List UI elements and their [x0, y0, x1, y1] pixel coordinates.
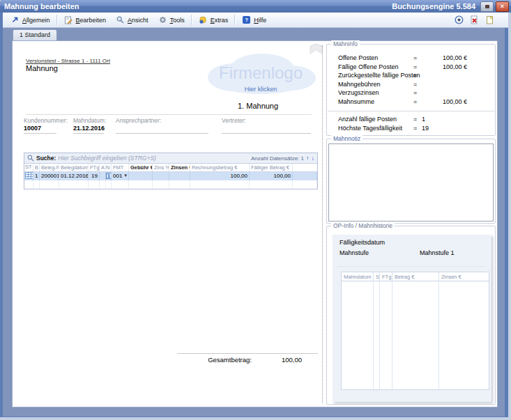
mahnnotiz-textarea[interactable]	[328, 143, 494, 221]
cell-gebuehr[interactable]	[129, 172, 153, 180]
delete-document-button[interactable]	[468, 14, 480, 26]
toolbar-separator	[56, 15, 58, 25]
dropdown-arrow-icon[interactable]: ▼	[123, 173, 128, 178]
col-mahndatum[interactable]: Mahndatum	[342, 272, 374, 281]
cell-beleg-nr: 200001	[40, 172, 59, 180]
col-gebuehr[interactable]: Gebühr €	[129, 164, 153, 171]
mahninfo-label: Mahnsumme	[338, 98, 374, 105]
col-b[interactable]: B	[33, 164, 40, 171]
field-value: 21.12.2016	[73, 125, 105, 132]
col-zins-prozent[interactable]: Zins %	[153, 164, 169, 171]
field-underline	[116, 133, 208, 134]
new-document-button[interactable]	[483, 14, 496, 26]
menu-label: Bearbeiten	[76, 17, 107, 24]
row-grid-icon[interactable]	[24, 172, 33, 180]
menu-bearbeiten[interactable]: Bearbeiten	[59, 13, 112, 27]
col-betrag[interactable]: Betrag €	[392, 272, 439, 281]
extras-icon	[199, 15, 208, 24]
col-s[interactable]: S	[374, 272, 380, 281]
sort-down-button[interactable]: ↓	[312, 155, 315, 162]
mahninfo-value: 1	[422, 116, 425, 123]
logo-click-hint[interactable]: Hier klicken	[203, 86, 319, 93]
menu-label: Tools	[170, 17, 185, 24]
help-icon: ?	[242, 15, 251, 24]
col-st[interactable]: ST	[24, 164, 33, 171]
cell-n[interactable]: 1	[106, 172, 112, 180]
search-input[interactable]: Hier Suchbegriff eingeben (STRG+S)	[58, 155, 249, 162]
menu-extras[interactable]: Extras	[194, 13, 234, 27]
col-n[interactable]: N	[106, 164, 112, 171]
disc-button[interactable]	[452, 14, 465, 26]
mahninfo-row: Zurückgestellte fällige Posten=	[327, 72, 495, 80]
field-label: Kundennummer:	[24, 117, 68, 124]
mahninfo-group: Mahninfo Offene Posten=100,00 € Fällige …	[326, 44, 496, 136]
cell-zinsen[interactable]	[169, 172, 190, 180]
equals-sign: =	[413, 89, 417, 96]
menu-ansicht[interactable]: Ansicht	[111, 13, 153, 27]
titlebar: Mahnung bearbeiten Buchungsengine 5.584 …	[0, 0, 511, 13]
app-version-label: Buchungsengine 5.584	[392, 2, 475, 10]
field-label: Vertreter:	[222, 117, 246, 124]
menu-hilfe[interactable]: ? Hilfe	[237, 13, 271, 27]
sort-up-button[interactable]: ↑	[306, 155, 310, 162]
menu-label: Hilfe	[254, 17, 266, 24]
col-a[interactable]: A	[100, 164, 106, 171]
history-column	[374, 282, 380, 389]
field-ansprechpartner[interactable]: Ansprechpartner:	[116, 117, 208, 134]
col-fmt[interactable]: FMT	[112, 164, 129, 171]
search-label: Suche:	[36, 155, 56, 162]
mahninfo-stat-row: Anzahl fällige Posten=1	[327, 116, 495, 124]
equals-sign: =	[413, 116, 417, 123]
col-belegdatum[interactable]: Belegdatum	[59, 164, 89, 171]
company-logo-placeholder[interactable]: Firmenlogo Hier klicken	[203, 51, 319, 97]
equals-sign: =	[413, 72, 417, 79]
total-label: Gesamtbetrag:	[175, 356, 252, 364]
search-bar[interactable]: Suche: Hier Suchbegriff eingeben (STRG+S…	[24, 153, 317, 164]
empty-cell	[250, 180, 293, 189]
n-checkbox[interactable]: 1	[106, 173, 112, 179]
panel-divider	[322, 45, 323, 403]
close-button[interactable]: ×	[496, 1, 509, 12]
mahnnotiz-group: Mahnnotiz	[326, 139, 496, 224]
field-label: Mahndatum:	[73, 117, 106, 124]
records-count-label: Anzahl Datensätze: 1	[251, 155, 304, 162]
total-value: 100,00	[253, 356, 302, 364]
mahnstufe-label: Mahnstufe	[340, 249, 369, 256]
history-column	[392, 282, 439, 389]
table-row-selected[interactable]: 1 200001 01.12.2016 19 1 001▼ 100,00 100…	[24, 172, 317, 180]
equals-sign: =	[413, 81, 417, 88]
disc-icon	[455, 15, 464, 24]
magnifier-icon	[116, 15, 125, 24]
mahninfo-label: Verzugszinsen	[338, 89, 379, 96]
col-zinsen[interactable]: Zinsen €	[169, 164, 190, 171]
menu-allgemein[interactable]: Allgemein	[6, 13, 55, 27]
cell-ftg: 19	[89, 172, 100, 180]
equals-sign: =	[413, 54, 417, 61]
field-vertreter[interactable]: Vertreter:	[222, 117, 311, 134]
mahninfo-divider	[328, 111, 494, 111]
toolbar-separator	[191, 15, 192, 25]
mahninfo-legend: Mahninfo	[331, 40, 360, 47]
mahninfo-row: Mahnsumme=100,00 €	[327, 98, 495, 107]
field-value: 10007	[24, 125, 41, 132]
empty-cell	[89, 180, 100, 189]
history-column	[380, 282, 392, 389]
menu-label: Extras	[211, 17, 229, 24]
client-area: 1 Standard Versionstest - Strasse 1 - 11…	[3, 28, 505, 417]
col-ftg[interactable]: FTg	[380, 272, 392, 281]
cell-faelliger-betrag: 100,00	[250, 172, 293, 180]
tab-standard[interactable]: 1 Standard	[13, 29, 57, 40]
minimize-button[interactable]	[480, 1, 494, 12]
col-rechnungsbetrag[interactable]: Rechnungsbetrag €	[190, 164, 250, 171]
field-mahndatum[interactable]: Mahndatum: 21.12.2016	[73, 117, 104, 134]
cell-fmt[interactable]: 001▼	[112, 172, 129, 180]
col-zinsen[interactable]: Zinsen €	[439, 272, 489, 281]
field-kundennummer[interactable]: Kundennummer: 10007	[24, 117, 56, 134]
mahninfo-value: 19	[422, 125, 429, 132]
empty-cell	[106, 180, 112, 189]
col-ftg[interactable]: FTg	[89, 164, 100, 171]
menu-tools[interactable]: Tools	[153, 13, 190, 27]
col-beleg-nr[interactable]: Beleg-Nr.	[40, 164, 59, 171]
empty-cell	[190, 180, 250, 189]
col-faelliger-betrag[interactable]: Fälliger Betrag €	[250, 164, 293, 171]
